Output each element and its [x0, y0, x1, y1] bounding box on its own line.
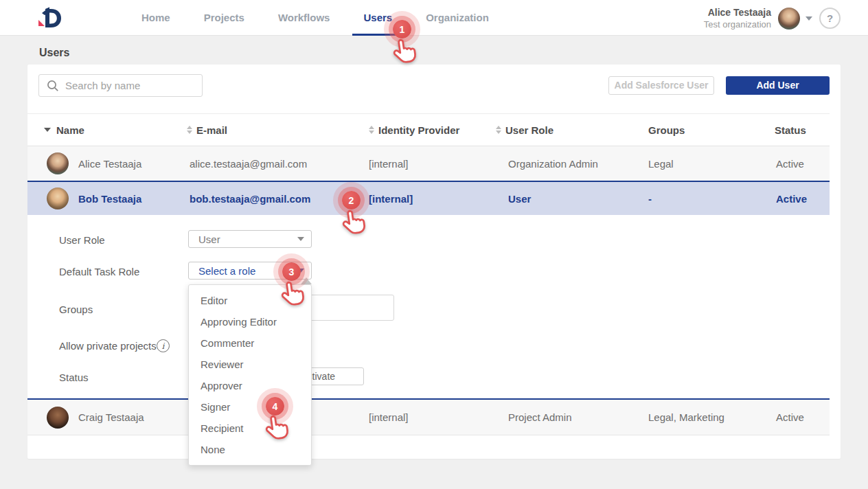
add-salesforce-user-button[interactable]: Add Salesforce User — [608, 76, 714, 95]
user-role-value: User — [198, 234, 220, 245]
cell-user-role: Organization Admin — [496, 158, 632, 170]
dropdown-option-recipient[interactable]: Recipient — [189, 418, 311, 439]
cell-status: Active — [759, 411, 830, 423]
cell-email: alice.testaaja@gmail.com — [187, 158, 367, 170]
avatar — [47, 152, 69, 174]
cell-groups: Legal, Marketing — [632, 411, 759, 423]
column-header-status: Status — [759, 124, 830, 136]
task-role-dropdown-menu: Editor Approving Editor Commenter Review… — [188, 284, 312, 466]
allow-private-projects-label: Allow private projects — [59, 340, 157, 352]
cell-identity-provider: [internal] — [367, 193, 496, 205]
dropdown-option-signer[interactable]: Signer — [189, 396, 311, 418]
column-header-email[interactable]: E-mail — [187, 124, 367, 136]
groups-label: Groups — [59, 304, 93, 315]
nav-item-users[interactable]: Users — [363, 0, 392, 36]
cell-identity-provider: [internal] — [367, 411, 496, 423]
column-header-user-role[interactable]: User Role — [496, 124, 632, 136]
cell-status: Active — [759, 158, 830, 170]
avatar — [47, 407, 69, 429]
sort-icon — [187, 126, 192, 134]
users-toolbar: Add Salesforce User Add User — [27, 65, 841, 113]
top-navigation: Home Projects Workflows Users Organizati… — [0, 0, 868, 36]
column-label: Name — [56, 124, 84, 136]
column-label: E-mail — [196, 124, 227, 136]
cell-email: bob.testaaja@gmail.com — [187, 193, 367, 205]
main-nav: Home Projects Workflows Users Organizati… — [141, 0, 489, 36]
table-row-alice[interactable]: Alice Testaaja alice.testaaja@gmail.com … — [27, 146, 830, 181]
dropdown-notch — [301, 277, 312, 284]
table-row-craig[interactable]: Craig Testaaja [internal] Project Admin … — [27, 400, 830, 435]
nav-item-workflows[interactable]: Workflows — [278, 0, 330, 36]
table-row-bob[interactable]: Bob Testaaja bob.testaaja@gmail.com [int… — [27, 181, 830, 215]
account-text: Alice Testaaja Test organization — [704, 7, 771, 30]
column-label: User Role — [505, 124, 553, 136]
dropdown-option-commenter[interactable]: Commenter — [189, 332, 311, 354]
page-title: Users — [39, 47, 69, 59]
account-name: Alice Testaaja — [704, 7, 771, 19]
default-task-role-value: Select a role — [198, 265, 255, 277]
info-icon[interactable]: i — [157, 339, 170, 352]
app-root: Home Projects Workflows Users Organizati… — [0, 0, 868, 489]
chevron-down-icon — [297, 237, 304, 241]
help-button[interactable]: ? — [819, 8, 841, 29]
users-table: Name E-mail Identity Provider User Role … — [27, 113, 830, 435]
column-header-name[interactable]: Name — [27, 124, 187, 136]
dropdown-option-reviewer[interactable]: Reviewer — [189, 354, 311, 375]
cell-name: Alice Testaaja — [78, 158, 141, 170]
user-detail-panel: User Role User Default Task Role Select … — [27, 215, 830, 398]
cell-groups: Legal — [632, 158, 759, 170]
add-user-button[interactable]: Add User — [726, 76, 830, 95]
nav-item-projects[interactable]: Projects — [204, 0, 244, 36]
sort-desc-icon — [44, 128, 51, 132]
search-input[interactable] — [65, 80, 202, 91]
cell-groups: - — [632, 193, 759, 205]
status-label: Status — [59, 372, 89, 383]
chevron-down-icon — [297, 269, 304, 273]
cell-user-role: Project Admin — [496, 411, 632, 423]
column-label: Status — [775, 124, 806, 136]
brand-logo-icon[interactable] — [36, 6, 64, 31]
dropdown-option-editor[interactable]: Editor — [189, 290, 311, 311]
column-header-identity-provider[interactable]: Identity Provider — [367, 124, 496, 136]
sort-icon — [369, 126, 374, 134]
users-card: Add Salesforce User Add User Name E-mail… — [27, 65, 841, 459]
search-box — [38, 74, 203, 97]
nav-item-organization[interactable]: Organization — [426, 0, 489, 36]
column-header-groups: Groups — [632, 124, 759, 136]
account-avatar[interactable] — [778, 8, 800, 30]
dropdown-option-approving-editor[interactable]: Approving Editor — [189, 311, 311, 332]
table-header-row: Name E-mail Identity Provider User Role … — [27, 113, 830, 146]
account-menu[interactable]: Alice Testaaja Test organization ? — [704, 7, 841, 30]
cell-identity-provider: [internal] — [367, 158, 496, 170]
column-label: Identity Provider — [378, 124, 459, 136]
default-task-role-label: Default Task Role — [59, 266, 139, 277]
column-label: Groups — [648, 124, 685, 136]
search-icon — [47, 80, 59, 92]
cell-name: Bob Testaaja — [78, 193, 141, 205]
nav-item-home[interactable]: Home — [141, 0, 170, 36]
dropdown-option-approver[interactable]: Approver — [189, 375, 311, 396]
cell-name: Craig Testaaja — [78, 411, 144, 423]
user-role-label: User Role — [59, 234, 105, 246]
chevron-down-icon[interactable] — [806, 16, 812, 21]
default-task-role-select[interactable]: Select a role — [188, 262, 312, 280]
cell-status: Active — [759, 193, 830, 205]
sort-icon — [496, 126, 501, 134]
account-organization: Test organization — [704, 19, 771, 30]
cell-user-role: User — [496, 193, 632, 205]
dropdown-option-none[interactable]: None — [189, 439, 311, 460]
avatar — [47, 187, 69, 209]
user-role-select[interactable]: User — [188, 230, 312, 248]
